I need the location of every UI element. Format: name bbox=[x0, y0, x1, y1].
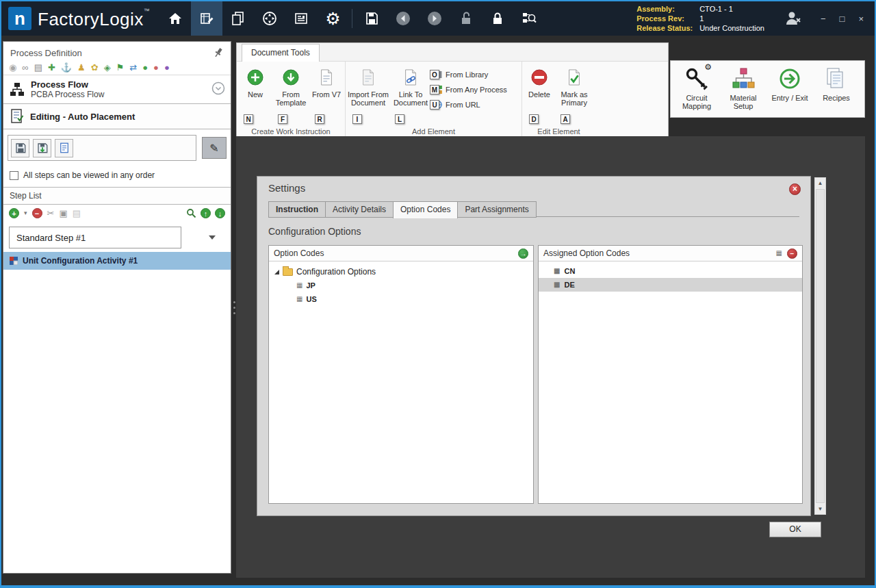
documents-button[interactable] bbox=[222, 1, 254, 36]
settings-button[interactable]: ⚙ bbox=[317, 1, 348, 36]
print-icon[interactable]: ▤ bbox=[34, 63, 42, 72]
from-any-process-button[interactable]: From Any Process M bbox=[432, 84, 514, 95]
step-selector[interactable]: Standard Step #1 bbox=[9, 227, 225, 248]
mark-as-primary-button[interactable]: Mark as Primary A bbox=[555, 64, 593, 124]
assigned-item-cn[interactable]: ▦ CN bbox=[539, 264, 802, 278]
forward-button[interactable] bbox=[419, 1, 450, 36]
tab-document-tools[interactable]: Document Tools bbox=[242, 44, 320, 62]
any-order-checkbox[interactable] bbox=[10, 171, 18, 180]
back-button[interactable] bbox=[387, 1, 419, 36]
pin-icon[interactable] bbox=[213, 47, 224, 58]
entry-exit-button[interactable]: Entry / Exit bbox=[768, 64, 812, 114]
circuit-mapping-button[interactable]: ⚙ Circuit Mapping bbox=[675, 64, 719, 114]
from-v7-button[interactable]: From V7 R bbox=[309, 64, 344, 124]
news-button[interactable] bbox=[285, 1, 317, 36]
add-step-button[interactable]: + bbox=[9, 208, 19, 218]
palette-icon[interactable]: ◈ bbox=[104, 63, 111, 72]
chevron-down-icon[interactable] bbox=[209, 235, 216, 240]
transfer-icon[interactable]: ⇄ bbox=[129, 63, 137, 72]
ok-button[interactable]: OK bbox=[769, 522, 821, 537]
keytip-from-template: F bbox=[278, 114, 287, 124]
from-url-button[interactable]: From URL U bbox=[432, 99, 514, 110]
settings-dialog: Settings × Instruction Activity Details … bbox=[257, 176, 811, 516]
logo-letter: n bbox=[14, 10, 25, 27]
copy-step-button[interactable]: ▣ bbox=[59, 209, 67, 218]
tab-activity-details[interactable]: Activity Details bbox=[325, 201, 394, 218]
floppy-export-icon bbox=[36, 142, 49, 154]
tab-part-assignments[interactable]: Part Assignments bbox=[457, 201, 536, 218]
remove-step-button[interactable]: − bbox=[32, 208, 42, 218]
report-button[interactable] bbox=[55, 139, 73, 157]
window-controls: − □ × bbox=[821, 14, 864, 23]
scroll-up-icon[interactable]: ▲ bbox=[815, 178, 825, 188]
minimize-button[interactable]: − bbox=[821, 14, 826, 23]
move-step-up-button[interactable]: ↑ bbox=[201, 208, 211, 218]
pause-icon[interactable]: ● bbox=[164, 63, 170, 72]
process-audit-button[interactable] bbox=[513, 1, 545, 36]
scrollbar-thumb[interactable] bbox=[816, 189, 825, 503]
tree-node-jp[interactable]: ▦ JP bbox=[269, 279, 533, 292]
tab-instruction[interactable]: Instruction bbox=[268, 201, 326, 218]
delete-button[interactable]: Delete D bbox=[524, 64, 555, 124]
from-template-button[interactable]: From Template F bbox=[272, 64, 309, 124]
material-setup-button[interactable]: Material Setup bbox=[721, 64, 765, 114]
document-tools-ribbon: Document Tools New N From Template F Fro… bbox=[236, 42, 669, 137]
anchor-icon[interactable]: ⚓ bbox=[61, 63, 72, 72]
process-flow-row[interactable]: Process Flow PCBA Process Flow bbox=[3, 75, 231, 103]
titlebar-toolbar: ⚙ bbox=[159, 1, 545, 36]
news-icon bbox=[293, 10, 309, 27]
flag-icon[interactable]: ⚑ bbox=[116, 63, 125, 72]
gear-icon: ⚙ bbox=[704, 63, 712, 71]
logout-button[interactable] bbox=[775, 1, 811, 36]
scroll-down-icon[interactable]: ▼ bbox=[815, 504, 825, 514]
close-button[interactable]: × bbox=[858, 14, 864, 23]
link-to-document-button[interactable]: Link To Document L bbox=[389, 64, 432, 124]
paste-step-button[interactable]: ▤ bbox=[73, 209, 81, 218]
recipes-button[interactable]: Recipes bbox=[814, 64, 858, 114]
step-selector-value[interactable]: Standard Step #1 bbox=[9, 227, 181, 248]
add-step-caret-icon[interactable]: ▾ bbox=[24, 210, 27, 216]
lock-button[interactable] bbox=[482, 1, 513, 36]
stop-icon[interactable]: ● bbox=[153, 63, 159, 72]
assembly-label: Assembly: bbox=[636, 4, 693, 14]
save-button[interactable] bbox=[356, 1, 387, 36]
panel-splitter[interactable] bbox=[233, 301, 235, 314]
home-button[interactable] bbox=[159, 1, 191, 36]
dialog-scrollbar[interactable]: ▲ ▼ bbox=[814, 177, 826, 515]
unlock-button[interactable] bbox=[450, 1, 482, 36]
expander-icon[interactable] bbox=[274, 270, 279, 274]
maximize-button[interactable]: □ bbox=[840, 14, 845, 23]
list-item-unit-configuration-activity[interactable]: Unit Configuration Activity #1 bbox=[3, 252, 231, 270]
cut-step-button[interactable]: ✂ bbox=[47, 209, 55, 218]
entry-exit-icon bbox=[777, 65, 802, 92]
new-button[interactable]: New N bbox=[238, 64, 272, 124]
work-instruction-button[interactable] bbox=[191, 1, 222, 36]
assign-option-code-button[interactable]: → bbox=[518, 248, 528, 259]
dialog-close-button[interactable]: × bbox=[789, 183, 801, 195]
assigned-item-de[interactable]: ▦ DE bbox=[539, 278, 802, 292]
tree-node-us[interactable]: ▦ US bbox=[269, 292, 533, 306]
tab-option-codes[interactable]: Option Codes bbox=[393, 201, 458, 218]
properties-icon[interactable]: ◉ bbox=[9, 63, 16, 72]
remove-assigned-code-button[interactable]: − bbox=[787, 248, 797, 259]
link-document-icon bbox=[402, 66, 419, 88]
favorite-icon[interactable]: ✿ bbox=[91, 63, 99, 72]
add-node-icon[interactable]: ✚ bbox=[48, 63, 55, 72]
import-from-document-button[interactable]: Import From Document I bbox=[347, 64, 389, 124]
link-icon[interactable]: ∞ bbox=[22, 63, 28, 72]
from-library-button[interactable]: From Library O bbox=[432, 69, 514, 80]
search-steps-icon[interactable] bbox=[186, 208, 196, 218]
ribbon-tabstrip: Document Tools bbox=[237, 43, 668, 62]
documents-icon bbox=[230, 10, 246, 27]
tree-node-configuration-options[interactable]: Configuration Options bbox=[269, 265, 533, 279]
move-step-down-button[interactable]: ↓ bbox=[215, 208, 225, 218]
option-code-icon[interactable]: ▦ bbox=[776, 250, 782, 257]
option-code-icon: ▦ bbox=[296, 282, 302, 289]
start-icon[interactable]: ● bbox=[142, 63, 148, 72]
navigator-button[interactable] bbox=[254, 1, 285, 36]
operator-icon[interactable]: ♟ bbox=[77, 63, 86, 72]
collapse-button[interactable] bbox=[211, 81, 225, 97]
save-as-button[interactable] bbox=[33, 139, 51, 157]
save-document-button[interactable] bbox=[11, 139, 29, 157]
edit-mode-button[interactable]: ✎ bbox=[202, 137, 227, 159]
